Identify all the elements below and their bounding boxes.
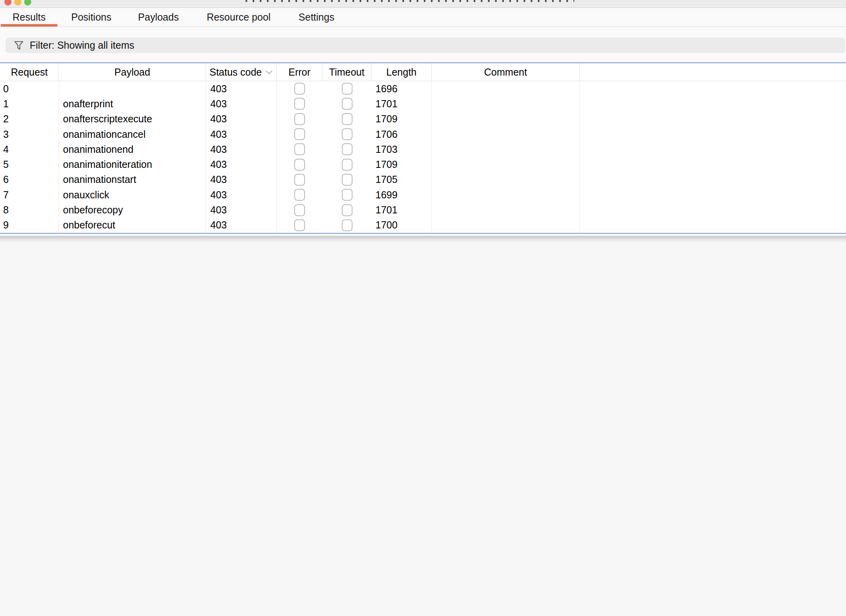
cell-timeout [322,172,372,187]
cell-request: 3 [0,127,59,142]
tab-results[interactable]: Results [0,8,58,27]
result-row[interactable]: 9onbeforecut4031700 [0,218,846,233]
cell-error [277,96,322,111]
cell-comment [432,81,580,96]
result-row[interactable]: 04031696 [0,81,846,96]
column-header-length[interactable]: Length [372,63,432,81]
error-checkbox [294,204,305,216]
timeout-checkbox [342,83,352,95]
cell-payload: onafterscriptexecute [59,112,206,127]
result-row[interactable]: 1onafterprint4031701 [0,96,846,111]
column-header-filler [580,63,846,81]
cell-length: 1709 [372,112,432,127]
cell-error [277,172,322,187]
window-zoom-button[interactable] [24,0,31,6]
cell-status-code: 403 [206,157,277,172]
tab-payloads[interactable]: Payloads [124,8,192,27]
sort-indicator-icon [265,70,273,74]
filter-status-text: Filter: Showing all items [30,40,134,51]
result-row[interactable]: 3onanimationcancel4031706 [0,127,846,142]
cell-error [277,127,322,142]
column-divider [59,81,59,233]
cell-comment [432,218,580,233]
cell-error [277,142,322,157]
result-row[interactable]: 8onbeforecopy4031701 [0,202,846,217]
tab-label: Results [13,11,46,23]
window-titlebar [0,0,846,8]
cell-request: 9 [0,218,59,233]
column-header-comment[interactable]: Comment [432,63,580,81]
cell-error [277,218,322,233]
cell-comment [432,96,580,111]
cell-comment [432,112,580,127]
column-header-label: Payload [114,67,150,78]
column-header-label: Request [11,67,48,78]
column-divider [206,81,206,233]
cell-status-code: 403 [206,112,277,127]
column-header-request[interactable]: Request [0,63,59,81]
result-row[interactable]: 2onafterscriptexecute4031709 [0,112,846,127]
results-table-body: 040316961onafterprint40317012onafterscri… [0,81,846,233]
error-checkbox [294,113,305,125]
column-header-label: Status code [210,67,262,78]
window-close-button[interactable] [4,0,11,6]
window-title-clipped [246,0,574,2]
column-header-status-code[interactable]: Status code [206,63,277,81]
cell-payload [59,81,206,96]
cell-request: 8 [0,202,59,217]
error-checkbox [294,189,305,201]
cell-payload: onauxclick [59,187,206,202]
tab-resource-pool[interactable]: Resource pool [192,8,285,27]
column-header-label: Comment [484,67,527,78]
pane-splitter[interactable] [0,234,846,241]
error-checkbox [294,159,305,171]
column-header-error[interactable]: Error [277,63,322,81]
cell-filler [580,112,846,127]
cell-request: 6 [0,172,59,187]
cell-status-code: 403 [206,172,277,187]
result-row[interactable]: 4onanimationend4031703 [0,142,846,157]
cell-error [277,187,322,202]
cell-timeout [322,218,372,233]
cell-length: 1701 [372,202,432,217]
cell-length: 1706 [372,127,432,142]
result-row[interactable]: 7onauxclick4031699 [0,187,846,202]
cell-payload: onanimationend [59,142,206,157]
tab-positions[interactable]: Positions [58,8,124,27]
error-checkbox [294,83,305,95]
result-row[interactable]: 6onanimationstart4031705 [0,172,846,187]
column-header-payload[interactable]: Payload [59,63,206,81]
error-checkbox [294,143,305,155]
cell-status-code: 403 [206,81,277,96]
cell-timeout [322,127,372,142]
cell-timeout [322,157,372,172]
cell-payload: onanimationiteration [59,157,206,172]
cell-request: 5 [0,157,59,172]
attack-tab-bar: Results Positions Payloads Resource pool… [0,8,846,27]
results-table-header: RequestPayloadStatus codeErrorTimeoutLen… [0,63,846,81]
timeout-checkbox [342,219,352,231]
cell-comment [432,202,580,217]
funnel-icon [13,40,24,51]
window-minimize-button[interactable] [14,0,21,6]
error-checkbox [294,128,305,140]
cell-timeout [322,142,372,157]
tab-settings[interactable]: Settings [285,8,348,27]
cell-status-code: 403 [206,187,277,202]
intruder-attack-window: Results Positions Payloads Resource pool… [0,0,846,616]
filter-bar[interactable]: Filter: Showing all items [6,38,845,53]
column-header-timeout[interactable]: Timeout [322,63,372,81]
cell-request: 7 [0,187,59,202]
cell-comment [432,157,580,172]
cell-length: 1701 [372,96,432,111]
cell-error [277,202,322,217]
cell-request: 1 [0,96,59,111]
cell-error [277,157,322,172]
lower-pane [0,241,846,616]
cell-filler [580,127,846,142]
result-row[interactable]: 5onanimationiteration4031709 [0,157,846,172]
cell-timeout [322,202,372,217]
timeout-checkbox [342,143,352,155]
cell-status-code: 403 [206,127,277,142]
cell-comment [432,142,580,157]
